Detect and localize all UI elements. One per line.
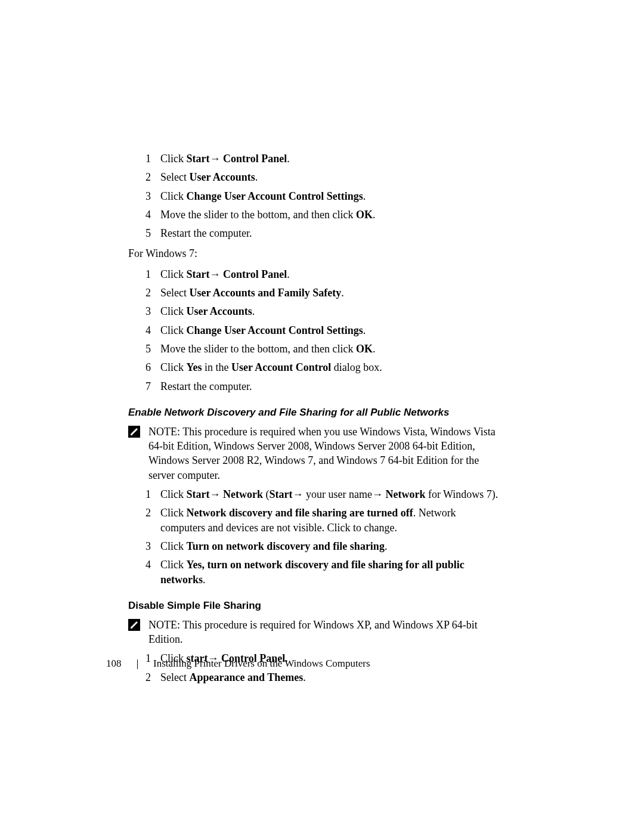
list-item-number: 5 xyxy=(128,226,160,240)
list-item-number: 1 xyxy=(128,487,160,501)
list-item-number: 3 xyxy=(128,304,160,318)
list-item-body: Select User Accounts. xyxy=(160,170,501,184)
list-item: 3Click User Accounts. xyxy=(128,304,501,318)
list-item-body: Click Yes, turn on network discovery and… xyxy=(160,558,501,587)
list-item-body: Click Yes in the User Account Control di… xyxy=(160,360,501,374)
list-item-body: Click Turn on network discovery and file… xyxy=(160,539,501,553)
note-block-1: NOTE: This procedure is required when yo… xyxy=(128,425,501,482)
page: 1Click Start→ Control Panel.2Select User… xyxy=(0,0,644,833)
note-icon xyxy=(128,619,140,631)
heading-disable-simple-file-sharing: Disable Simple File Sharing xyxy=(128,600,501,612)
list-item-number: 4 xyxy=(128,208,160,222)
footer-title: Installing Printer Drivers on the Window… xyxy=(153,658,370,669)
list-item: 2Select User Accounts and Family Safety. xyxy=(128,286,501,300)
list-item: 6Click Yes in the User Account Control d… xyxy=(128,360,501,374)
note-icon xyxy=(128,426,140,438)
paragraph-win7: For Windows 7: xyxy=(128,246,501,261)
heading-enable-network-discovery: Enable Network Discovery and File Sharin… xyxy=(128,407,501,419)
ordered-list-3: 1Click Start→ Network (Start→ your user … xyxy=(128,487,501,587)
list-item: 2Select User Accounts. xyxy=(128,170,501,184)
page-footer: 108 Installing Printer Drivers on the Wi… xyxy=(106,658,370,670)
list-item-number: 1 xyxy=(128,151,160,166)
list-item: 3Click Turn on network discovery and fil… xyxy=(128,539,501,553)
list-item-body: Click Change User Account Control Settin… xyxy=(160,189,501,203)
list-item: 1Click Start→ Network (Start→ your user … xyxy=(128,487,501,501)
page-number: 108 xyxy=(106,658,122,670)
list-item: 2Click Network discovery and file sharin… xyxy=(128,506,501,535)
list-item-number: 6 xyxy=(128,360,160,374)
list-item: 1Click Start→ Control Panel. xyxy=(128,267,501,281)
list-item: 2Select Appearance and Themes. xyxy=(128,670,501,685)
list-item: 1Click Start→ Control Panel. xyxy=(128,151,501,166)
list-item-body: Move the slider to the bottom, and then … xyxy=(160,208,501,222)
note-text-1: NOTE: This procedure is required when yo… xyxy=(148,425,501,482)
list-item: 7Restart the computer. xyxy=(128,379,501,394)
list-item-body: Click Change User Account Control Settin… xyxy=(160,323,501,337)
note-text-2: NOTE: This procedure is required for Win… xyxy=(148,618,501,647)
list-item-number: 7 xyxy=(128,379,160,394)
list-item-body: Restart the computer. xyxy=(160,226,501,240)
note-block-2: NOTE: This procedure is required for Win… xyxy=(128,618,501,647)
list-item-body: Click Network discovery and file sharing… xyxy=(160,506,501,535)
list-item-body: Click Start→ Network (Start→ your user n… xyxy=(160,487,501,501)
list-item: 4Click Yes, turn on network discovery an… xyxy=(128,558,501,587)
list-item-body: Click Start→ Control Panel. xyxy=(160,151,501,166)
list-item-number: 2 xyxy=(128,670,160,685)
list-item-body: Click Start→ Control Panel. xyxy=(160,267,501,281)
list-item-number: 2 xyxy=(128,506,160,535)
list-item-number: 4 xyxy=(128,558,160,587)
svg-rect-1 xyxy=(131,627,132,628)
content-area: 1Click Start→ Control Panel.2Select User… xyxy=(128,151,501,689)
list-item-body: Select User Accounts and Family Safety. xyxy=(160,286,501,300)
list-item: 5Move the slider to the bottom, and then… xyxy=(128,342,501,356)
list-item-body: Restart the computer. xyxy=(160,379,501,394)
list-item: 3Click Change User Account Control Setti… xyxy=(128,189,501,203)
list-item: 4Click Change User Account Control Setti… xyxy=(128,323,501,337)
ordered-list-2: 1Click Start→ Control Panel.2Select User… xyxy=(128,267,501,394)
list-item-body: Select Appearance and Themes. xyxy=(160,670,501,685)
list-item-body: Click User Accounts. xyxy=(160,304,501,318)
list-item-number: 2 xyxy=(128,170,160,184)
list-item-number: 4 xyxy=(128,323,160,337)
list-item-number: 5 xyxy=(128,342,160,356)
list-item-number: 2 xyxy=(128,286,160,300)
ordered-list-1: 1Click Start→ Control Panel.2Select User… xyxy=(128,151,501,240)
list-item-number: 1 xyxy=(128,267,160,281)
list-item-number: 3 xyxy=(128,189,160,203)
list-item: 4Move the slider to the bottom, and then… xyxy=(128,208,501,222)
footer-separator xyxy=(137,659,138,669)
svg-rect-0 xyxy=(131,434,132,435)
list-item-number: 3 xyxy=(128,539,160,553)
list-item: 5Restart the computer. xyxy=(128,226,501,240)
list-item-body: Move the slider to the bottom, and then … xyxy=(160,342,501,356)
